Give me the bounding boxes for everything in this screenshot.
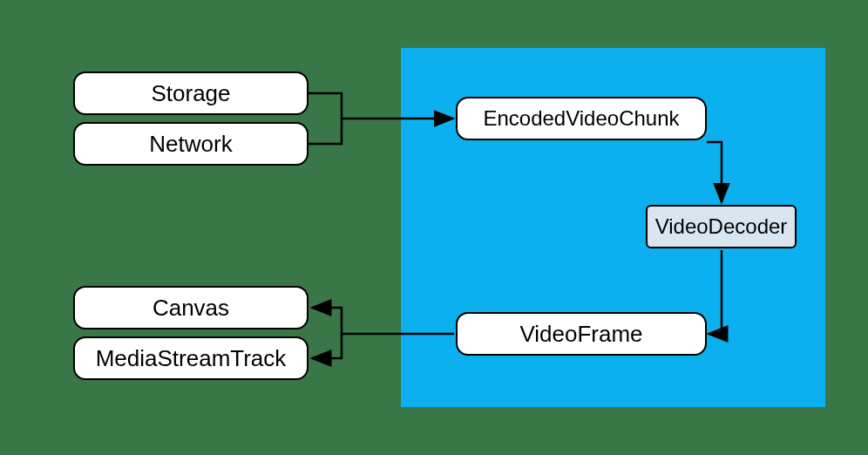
node-video-decoder: VideoDecoder	[646, 205, 797, 248]
node-canvas-label: Canvas	[153, 295, 229, 322]
node-video-frame: VideoFrame	[456, 312, 707, 356]
node-canvas: Canvas	[73, 286, 309, 329]
node-network-label: Network	[149, 131, 232, 158]
node-media-stream-track-label: MediaStreamTrack	[96, 345, 287, 372]
node-video-frame-label: VideoFrame	[519, 321, 642, 348]
node-encoded-video-chunk: EncodedVideoChunk	[456, 97, 707, 140]
node-media-stream-track: MediaStreamTrack	[73, 336, 309, 380]
node-video-decoder-label: VideoDecoder	[655, 214, 788, 239]
node-storage-label: Storage	[151, 80, 230, 107]
node-network: Network	[73, 122, 309, 166]
node-encoded-video-chunk-label: EncodedVideoChunk	[483, 106, 679, 131]
node-storage: Storage	[73, 71, 309, 115]
